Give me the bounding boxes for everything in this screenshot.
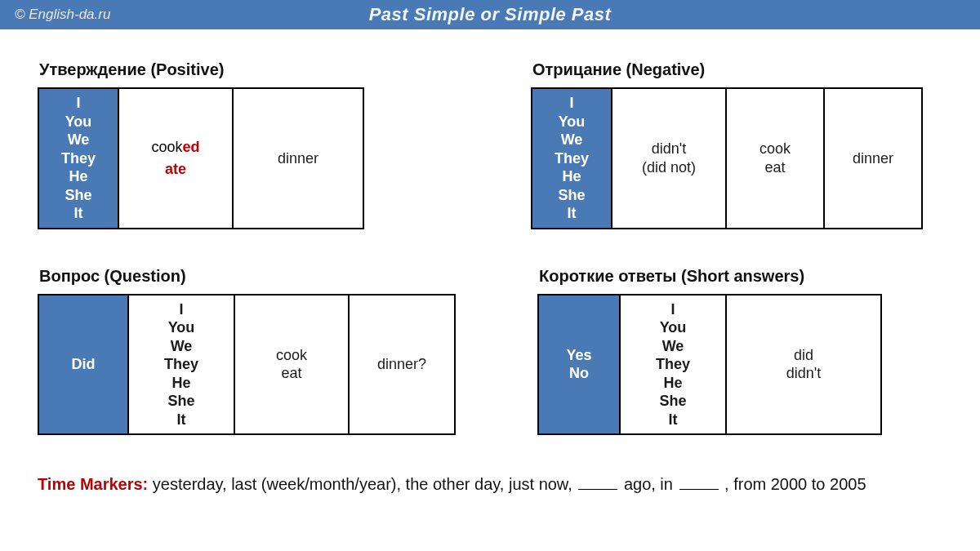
blank-2 — [679, 473, 719, 490]
negative-object: dinner — [824, 88, 922, 229]
question-table: Did I You We They He She It coo — [38, 294, 456, 436]
question-verb: cookeat — [234, 295, 349, 435]
answers-block: Короткие ответы (Short answers) Yes No I… — [537, 267, 942, 436]
positive-verb: cooked ate — [118, 88, 233, 229]
question-object: dinner? — [349, 295, 455, 435]
negative-verb: cookeat — [726, 88, 824, 229]
question-block: Вопрос (Question) Did I You We They He S… — [38, 267, 456, 436]
positive-heading: Утверждение (Positive) — [39, 60, 449, 79]
row-1: Утверждение (Positive) I You We They He … — [38, 60, 942, 229]
negative-aux: didn't (did not) — [612, 88, 726, 229]
positive-object: dinner — [233, 88, 363, 229]
time-markers-text-1: yesterday, last (week/month/year), the o… — [148, 475, 577, 493]
positive-pronouns: I You We They He She It — [38, 88, 118, 229]
content-area: Утверждение (Positive) I You We They He … — [0, 29, 980, 435]
page-title: Past Simple or Simple Past — [0, 4, 980, 25]
site-credit: © English-da.ru — [15, 7, 110, 23]
header-bar: © English-da.ru Past Simple or Simple Pa… — [0, 0, 980, 29]
answers-table: Yes No I You We They He She It — [537, 294, 882, 436]
blank-1 — [578, 473, 617, 490]
row-2: Вопрос (Question) Did I You We They He S… — [38, 267, 942, 436]
question-pronouns: I You We They He She It — [128, 295, 234, 435]
answers-pronouns: I You We They He She It — [620, 295, 726, 435]
time-markers-text-3: , from 2000 to 2005 — [720, 475, 866, 493]
negative-block: Отрицание (Negative) I You We They He Sh… — [531, 60, 942, 229]
time-markers-label: Time Markers: — [38, 475, 148, 493]
negative-pronouns: I You We They He She It — [532, 88, 612, 229]
answers-heading: Короткие ответы (Short answers) — [539, 267, 942, 286]
time-markers: Time Markers: yesterday, last (week/mont… — [0, 473, 980, 494]
answers-did: diddidn't — [726, 295, 881, 435]
question-heading: Вопрос (Question) — [39, 267, 456, 286]
negative-table: I You We They He She It didn't (did not)… — [531, 87, 923, 229]
time-markers-text-2: ago, in — [619, 475, 677, 493]
answers-yesno: Yes No — [538, 295, 620, 435]
question-aux: Did — [38, 295, 128, 435]
negative-heading: Отрицание (Negative) — [532, 60, 942, 79]
positive-block: Утверждение (Positive) I You We They He … — [38, 60, 449, 229]
positive-table: I You We They He She It cooked ate dinne… — [38, 87, 364, 229]
